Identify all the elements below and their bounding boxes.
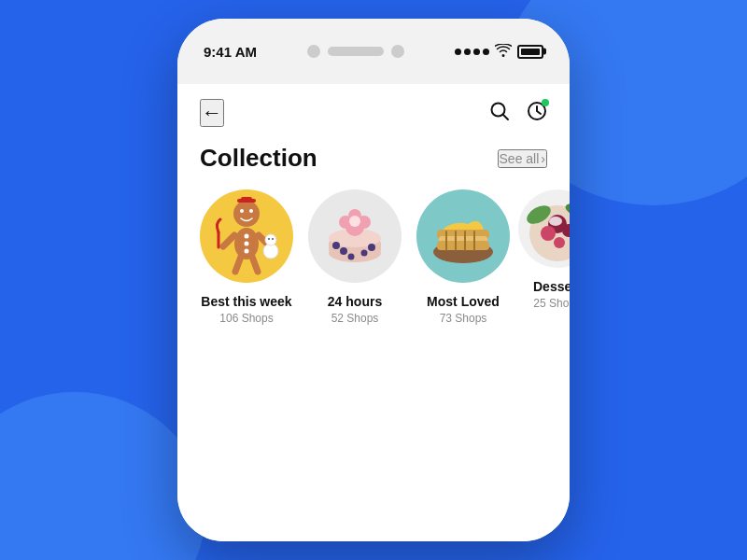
svg-point-33 [348,254,355,260]
svg-rect-5 [241,197,252,203]
cards-row: Best this week 106 Shops [177,189,570,325]
card-label-dessert: Dessert [533,279,570,294]
phone-screen: ← Collection [177,84,570,541]
svg-line-12 [252,257,258,272]
see-all-button[interactable]: See all › [498,149,547,168]
svg-point-31 [368,244,375,251]
svg-point-7 [249,209,253,213]
status-icons [455,44,543,60]
top-nav: ← [177,84,570,134]
see-all-label: See all [500,151,540,166]
card-shops-best-this-week: 106 Shops [219,312,273,325]
svg-point-32 [361,250,368,257]
collection-header: Collection See all › [177,134,570,189]
bg-blob-bottom-left [0,392,205,560]
card-shops-dessert: 25 Shops [533,297,570,310]
status-time: 9:41 AM [204,44,257,60]
svg-point-46 [541,226,556,241]
svg-point-3 [233,201,260,227]
card-label-24-hours: 24 hours [328,294,382,309]
card-shops-24-hours: 52 Shops [331,312,379,325]
signal-dot-1 [455,49,461,55]
svg-rect-37 [437,241,489,250]
phone-frame: 9:41 AM [177,19,570,541]
signal-dot-3 [473,49,480,55]
svg-line-11 [235,257,241,272]
signal-dot-2 [464,49,471,55]
svg-line-1 [503,114,509,119]
card-image-best-this-week [200,189,293,283]
svg-point-20 [272,238,274,240]
notification-dot [542,99,549,106]
card-image-dessert [518,189,570,268]
svg-point-15 [245,249,249,254]
notch-circle-right [391,45,404,58]
svg-point-49 [549,217,562,226]
signal-dots [455,49,489,55]
svg-point-6 [240,209,244,213]
nav-right [489,101,547,126]
notch-center [307,45,404,58]
notch-bar: 9:41 AM [177,19,570,84]
signal-dot-4 [483,49,489,55]
svg-point-29 [332,242,340,249]
battery-fill [521,49,540,55]
battery-icon [517,45,543,59]
notch-circle-left [307,45,320,58]
svg-point-14 [245,242,249,246]
card-shops-most-loved: 73 Shops [440,312,487,325]
back-button[interactable]: ← [200,99,224,127]
card-best-this-week[interactable]: Best this week 106 Shops [192,189,301,325]
dessert-image [518,189,570,268]
svg-point-13 [245,234,249,239]
history-icon[interactable] [527,101,547,126]
svg-point-48 [554,237,565,248]
card-most-loved[interactable]: Most Loved 73 Shops [409,189,517,325]
card-label-best-this-week: Best this week [201,294,291,309]
gingerbread-image [200,189,293,283]
card-24-hours[interactable]: 24 hours 52 Shops [301,189,409,325]
svg-point-28 [349,216,360,227]
notch-pill [328,47,384,56]
card-image-24-hours [308,189,402,283]
card-image-most-loved [416,189,510,283]
svg-point-30 [340,247,347,255]
svg-point-18 [265,234,276,245]
flower-cake-image [308,189,402,283]
collection-title: Collection [200,144,317,173]
svg-line-9 [223,235,234,246]
chevron-right-icon: › [541,151,545,166]
card-label-most-loved: Most Loved [427,294,500,309]
sandwich-image [416,189,510,283]
card-dessert[interactable]: Dessert 25 Shops [517,189,570,325]
search-icon[interactable] [489,101,510,126]
svg-point-19 [268,238,270,240]
wifi-icon [495,44,512,60]
